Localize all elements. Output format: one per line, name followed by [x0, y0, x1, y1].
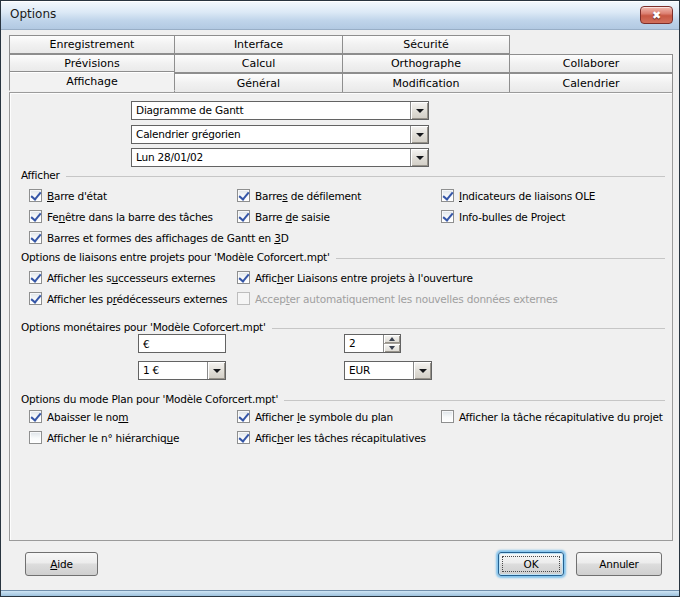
tab-modification[interactable]: Modification: [342, 73, 510, 93]
checkbox-liaisons-ouverture[interactable]: Afficher Liaisons entre projets à l'ouve…: [237, 270, 473, 285]
checkbox-label: Afficher la tâche récapitulative du proj…: [459, 411, 663, 423]
checkbox-predecesseurs-externes[interactable]: Afficher les prédécesseurs externes: [29, 291, 227, 306]
checkbox-icon: [237, 410, 250, 423]
chevron-down-icon[interactable]: [410, 126, 428, 143]
ok-button-label: OK: [524, 558, 539, 570]
spinner-value: 2: [345, 335, 383, 352]
checkbox-label: Afficher le symbole du plan: [255, 411, 393, 423]
checkbox-label: Afficher Liaisons entre projets à l'ouve…: [255, 272, 473, 284]
checkbox-taches-recapitulatives[interactable]: Afficher les tâches récapitulatives: [237, 430, 426, 445]
group-afficher-title: Afficher: [21, 169, 665, 181]
checkbox-icon: [441, 410, 454, 423]
checkbox-label: Abaisser le nom: [47, 411, 128, 423]
group-divider: [336, 258, 665, 259]
options-dialog: Options ✖ Enregistrement Interface Sécur…: [0, 0, 680, 597]
tab-general[interactable]: Général: [174, 73, 343, 93]
checkbox-label: Info-bulles de Project: [459, 211, 565, 223]
checkbox-label: Afficher les tâches récapitulatives: [255, 432, 426, 444]
checkbox-tache-recapitulative-projet[interactable]: Afficher la tâche récapitulative du proj…: [441, 409, 663, 424]
spinner-buttons: [383, 335, 400, 352]
title-bar[interactable]: Options ✖: [1, 1, 679, 30]
ok-button[interactable]: OK: [498, 552, 564, 576]
checkbox-icon: [29, 271, 42, 284]
tab-enregistrement[interactable]: Enregistrement: [9, 35, 175, 54]
chevron-down-icon[interactable]: [207, 362, 225, 379]
chevron-up-icon: [389, 337, 395, 341]
checkbox-label: Afficher les prédécesseurs externes: [47, 293, 227, 305]
tab-calcul[interactable]: Calcul: [174, 54, 343, 73]
tab-interface[interactable]: Interface: [174, 35, 343, 54]
help-button-label: Aide: [50, 558, 72, 570]
checkbox-icon: [29, 410, 42, 423]
group-title-text: Options du mode Plan pour 'Modèle Coforc…: [21, 393, 278, 405]
checkbox-accepter-donnees-externes: Accepter automatiquement les nouvelles d…: [237, 291, 557, 306]
checkbox-label: Accepter automatiquement les nouvelles d…: [255, 293, 557, 305]
checkbox-label: Barres de défilement: [255, 190, 361, 202]
checkbox-icon: [29, 210, 42, 223]
checkbox-icon: [237, 431, 250, 444]
checkbox-icon: [29, 292, 42, 305]
checkbox-successeurs-externes[interactable]: Afficher les successeurs externes: [29, 270, 215, 285]
checkbox-label: Barre de saisie: [255, 211, 330, 223]
checkbox-icon: [29, 231, 42, 244]
tab-collaborer[interactable]: Collaborer: [509, 54, 673, 73]
close-icon: ✖: [652, 10, 661, 21]
checkbox-icon: [441, 210, 454, 223]
checkbox-icon: [237, 210, 250, 223]
group-title-text: Options de liaisons entre projets pour '…: [21, 251, 330, 263]
tab-row-3: Affichage Général Modification Calendrie…: [9, 73, 673, 93]
tab-calendrier[interactable]: Calendrier: [509, 73, 673, 93]
calendar-type-combobox[interactable]: Calendrier grégorien: [131, 125, 429, 144]
checkbox-barres-defilement[interactable]: Barres de défilement: [237, 188, 361, 203]
group-divider: [284, 400, 665, 401]
checkbox-icon: [237, 271, 250, 284]
checkbox-label: Afficher le n° hiérarchique: [47, 432, 179, 444]
decimals-spinner[interactable]: 2: [344, 334, 401, 353]
group-divider: [66, 176, 665, 177]
checkbox-gantt-3d[interactable]: Barres et formes des affichages de Gantt…: [29, 230, 289, 245]
tab-securite[interactable]: Sécurité: [342, 35, 510, 54]
group-title-text: Afficher: [21, 169, 60, 181]
combobox-value: Diagramme de Gantt: [132, 102, 410, 119]
default-view-combobox[interactable]: Diagramme de Gantt: [131, 101, 429, 120]
tab-row-1: Enregistrement Interface Sécurité: [9, 35, 673, 54]
tab-orthographe[interactable]: Orthographe: [342, 54, 510, 73]
cancel-button-label: Annuler: [599, 558, 638, 570]
close-button[interactable]: ✖: [640, 6, 673, 24]
window-title: Options: [10, 7, 56, 21]
checkbox-icon: [237, 292, 250, 305]
spin-down-button[interactable]: [384, 343, 400, 352]
chevron-down-icon[interactable]: [410, 102, 428, 119]
window-frame-bottom: [1, 590, 679, 596]
combobox-value: EUR: [345, 362, 413, 379]
currency-symbol-input[interactable]: [138, 334, 226, 353]
checkbox-abaisser-nom[interactable]: Abaisser le nom: [29, 409, 128, 424]
help-button[interactable]: Aide: [25, 552, 98, 576]
checkbox-info-bulles[interactable]: Info-bulles de Project: [441, 209, 565, 224]
checkbox-label: Barres et formes des affichages de Gantt…: [47, 232, 289, 244]
checkbox-label: Indicateurs de liaisons OLE: [459, 190, 595, 202]
checkbox-icon: [237, 189, 250, 202]
checkbox-fenetre-barre-taches[interactable]: Fenêtre dans la barre des tâches: [29, 209, 213, 224]
checkbox-icon: [441, 189, 454, 202]
checkbox-indicateurs-ole[interactable]: Indicateurs de liaisons OLE: [441, 188, 595, 203]
tab-affichage[interactable]: Affichage: [9, 71, 175, 91]
checkbox-icon: [29, 431, 42, 444]
chevron-down-icon[interactable]: [413, 362, 431, 379]
group-plan-title: Options du mode Plan pour 'Modèle Coforc…: [21, 393, 665, 405]
cancel-button[interactable]: Annuler: [576, 552, 662, 576]
group-monetaires-title: Options monétaires pour 'Modèle Coforcer…: [21, 321, 665, 333]
checkbox-numero-hierarchique[interactable]: Afficher le n° hiérarchique: [29, 430, 179, 445]
date-format-combobox[interactable]: Lun 28/01/02: [131, 148, 429, 167]
checkbox-barre-etat[interactable]: Barre d'état: [29, 188, 107, 203]
spin-up-button[interactable]: [384, 335, 400, 343]
placement-combobox[interactable]: 1 €: [138, 361, 226, 380]
checkbox-symbole-plan[interactable]: Afficher le symbole du plan: [237, 409, 393, 424]
checkbox-label: Afficher les successeurs externes: [47, 272, 215, 284]
chevron-down-icon[interactable]: [410, 149, 428, 166]
currency-combobox[interactable]: EUR: [344, 361, 432, 380]
checkbox-barre-saisie[interactable]: Barre de saisie: [237, 209, 330, 224]
checkbox-label: Fenêtre dans la barre des tâches: [47, 211, 213, 223]
group-divider: [272, 328, 665, 329]
combobox-value: 1 €: [139, 362, 207, 379]
